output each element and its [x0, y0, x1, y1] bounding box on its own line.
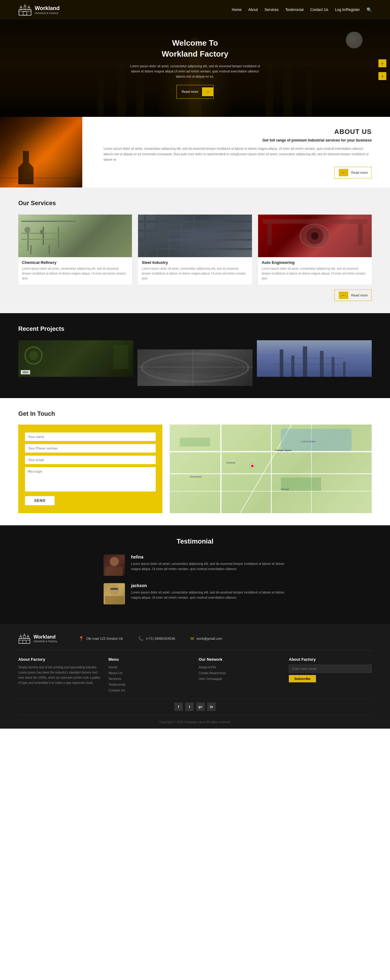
email-icon: ✉ [190, 636, 194, 641]
contact-email-input[interactable] [25, 456, 156, 464]
footer-copyright: Copyright © 2020 Company name All rights… [18, 718, 372, 724]
social-twitter-button[interactable]: t [185, 702, 194, 711]
footer-about-col: About Factory Simply dummy text of the p… [18, 657, 101, 692]
footer-network-title: Our Network [199, 657, 281, 662]
nav-contact[interactable]: Contact Us [310, 8, 328, 12]
social-facebook-button[interactable]: f [174, 702, 183, 711]
services-grid: Chemical Refinery Lorem ipsum dolor sit … [18, 215, 372, 285]
footer-network-col: Our Network Adopt A Pet Create Awareness… [199, 657, 281, 692]
avatar-jackson [104, 583, 125, 605]
service-title-steel: Steel Industry [138, 257, 252, 266]
testimonial-name-jackson: jackson [131, 583, 286, 588]
brand-tagline: Industrial & Factory [35, 11, 60, 14]
project-item-cables[interactable] [137, 349, 252, 386]
svg-rect-14 [23, 640, 26, 643]
avatar-helina [104, 555, 125, 576]
project-item-refinery[interactable] [257, 340, 372, 377]
footer-grid: About Factory Simply dummy text of the p… [18, 657, 372, 692]
search-icon[interactable]: 🔍 [366, 7, 372, 12]
testimonial-section: Testimonial helina Lorem ipsum dolor sit… [0, 525, 390, 624]
contact-map: Trafalgar Square Whitehall Westminster C… [170, 425, 372, 513]
factory-icon [18, 3, 32, 16]
about-text: Lorem ipsum dolor sit amet, consectetur … [104, 146, 372, 162]
services-arrow-icon: ← [339, 291, 348, 299]
contact-name-input[interactable] [25, 433, 156, 441]
social-googleplus-button[interactable]: g+ [196, 702, 205, 711]
footer-network-awareness[interactable]: Create Awareness [199, 671, 226, 675]
services-readmore-button[interactable]: ← Read more [334, 290, 372, 301]
nav-login[interactable]: Log In/Register [335, 8, 360, 12]
about-readmore-button[interactable]: ← Read more [334, 167, 372, 178]
footer-menu-col: Menu Home About Us Services Testimonial … [109, 657, 191, 692]
footer-subscribe-title: About Factory [289, 657, 372, 662]
svg-rect-11 [24, 635, 25, 638]
nav-testimonial[interactable]: Testimonial [285, 8, 304, 12]
projects-title: Recent Projects [18, 325, 372, 332]
nav-home[interactable]: Home [232, 8, 241, 12]
contact-section: Get In Touch SEND [0, 398, 390, 525]
contact-send-button[interactable]: SEND [25, 496, 54, 505]
brand-logo[interactable]: Workland Industrial & Factory [18, 3, 60, 16]
footer-menu-home[interactable]: Home [109, 665, 117, 669]
footer-contact-bar: Workland Industrial & Factory 📍 Olb road… [18, 632, 372, 651]
testimonial-title: Testimonial [18, 538, 372, 546]
hero-section: Welcome To Workland Factory Lorem ipsum … [0, 19, 390, 117]
footer-network-adopt[interactable]: Adopt A Pet [199, 665, 216, 669]
svg-rect-12 [27, 636, 29, 638]
hero-arrow-icon: → [202, 88, 213, 96]
service-title-auto: Auto Engineering [258, 257, 372, 266]
about-label: ABOUT US [104, 128, 372, 136]
footer-social-bar: f t g+ in [18, 698, 372, 715]
contact-form: SEND [18, 425, 162, 513]
footer-about-title: About Factory [18, 657, 101, 662]
footer-subscribe-input[interactable] [289, 665, 372, 673]
testimonial-text-helina: Lorem ipsum dolor sit amet, consectetur … [131, 561, 286, 572]
footer-menu-title: Menu [109, 657, 191, 662]
about-section: ABOUT US Get full range of premium Indus… [0, 117, 390, 188]
footer-phone: 📞 (+71) 56982424536 [138, 636, 175, 641]
svg-rect-3 [28, 7, 30, 10]
footer-email: ✉ work@gmail.com [190, 636, 222, 641]
social-linkedin-button[interactable]: in [207, 702, 216, 711]
hero-title: Welcome To Workland Factory [128, 38, 262, 59]
svg-rect-1 [20, 7, 22, 10]
svg-rect-2 [24, 6, 26, 10]
about-subtitle: Get full range of premium Industrial ser… [104, 138, 372, 142]
about-arrow-icon: ← [339, 169, 348, 176]
project-item-engine[interactable]: JOA [18, 340, 133, 377]
service-title-chemical: Chemical Refinery [18, 257, 132, 266]
contact-message-input[interactable] [25, 467, 156, 492]
services-title: Our Services [18, 200, 372, 207]
footer-about-text: Simply dummy text of the printing and ty… [18, 665, 101, 686]
about-content: ABOUT US Get full range of premium Indus… [82, 117, 390, 188]
nav-services[interactable]: Services [264, 8, 278, 12]
footer-menu-testimonial[interactable]: Testimonial [109, 682, 125, 686]
hero-readmore-button[interactable]: Read more → [176, 85, 213, 99]
service-desc-auto: Lorem ipsum dolor sit amet, consectetur … [258, 266, 372, 285]
footer-subscribe-col: About Factory Subscribe [289, 657, 372, 692]
footer-network-list: Adopt A Pet Create Awareness Join Compag… [199, 665, 281, 681]
about-image [0, 117, 82, 188]
hero-description: Lorem ipsum dolor sit amet, consectetur … [128, 64, 262, 80]
footer-factory-icon [18, 632, 30, 644]
hero-content: Welcome To Workland Factory Lorem ipsum … [0, 19, 390, 117]
projects-section: Recent Projects JOA [0, 313, 390, 398]
nav-about[interactable]: About [248, 8, 258, 12]
svg-rect-0 [19, 10, 31, 15]
service-card-auto: Auto Engineering Lorem ipsum dolor sit a… [258, 215, 372, 285]
contact-phone-input[interactable] [25, 444, 156, 453]
testimonial-name-helina: helina [131, 555, 286, 559]
footer-network-compague[interactable]: Join Compague [199, 677, 222, 681]
footer-menu-services[interactable]: Services [109, 677, 121, 681]
footer-brand-area: Workland Industrial & Factory [18, 632, 57, 644]
svg-rect-10 [20, 636, 21, 638]
testimonial-item-jackson: jackson Lorem ipsum dolor sit amet, cons… [104, 583, 286, 605]
service-desc-chemical: Lorem ipsum dolor sit amet, consectetur … [18, 266, 132, 285]
footer-menu-contact[interactable]: Contact Us [109, 689, 125, 692]
footer-menu-about[interactable]: About Us [109, 671, 122, 675]
navbar: Workland Industrial & Factory Home About… [0, 0, 390, 19]
services-section: Our Services Chemical Refinery Lorem ips… [0, 188, 390, 313]
footer-subscribe-button[interactable]: Subscribe [289, 675, 316, 682]
testimonial-item-helina: helina Lorem ipsum dolor sit amet, conse… [104, 555, 286, 576]
svg-rect-9 [19, 638, 30, 643]
